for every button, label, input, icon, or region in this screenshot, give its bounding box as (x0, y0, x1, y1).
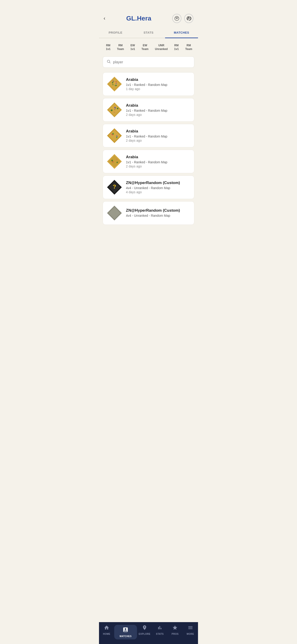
map-thumbnail: ? (106, 179, 123, 196)
search-icon (106, 60, 111, 65)
matches-icon (122, 627, 128, 634)
match-name: Arabia (126, 103, 191, 108)
map-thumbnail (106, 153, 123, 170)
filter-ew-1v1[interactable]: EW1v1 (127, 42, 138, 53)
nav-matches-label: MATCHES (120, 635, 132, 638)
svg-point-1 (107, 60, 110, 63)
filter-rm-1v1-b[interactable]: RM1v1 (171, 42, 182, 53)
match-details: ZN@HyperRandom (Custom) 4v4 - Unranked -… (126, 180, 191, 194)
match-time: 2 days ago (126, 113, 191, 116)
match-type: 1v1 - Ranked - Random Map (126, 160, 191, 164)
match-name: Arabia (126, 78, 191, 82)
match-name: Arabia (126, 155, 191, 160)
nav-more[interactable]: MORE (183, 625, 198, 640)
map-thumbnail (106, 76, 123, 92)
map-thumbnail (106, 127, 123, 144)
match-details: Arabia 1v1 - Ranked - Random Map 2 days … (126, 155, 191, 168)
stats-icon (157, 625, 162, 632)
svg-point-10 (116, 85, 117, 86)
nav-home[interactable]: HOME (99, 625, 114, 640)
xbox-button[interactable] (172, 14, 182, 23)
match-time: 2 days ago (126, 139, 191, 142)
match-item[interactable]: Arabia 1v1 - Ranked - Random Map 2 days … (103, 98, 194, 122)
match-type: 4v4 - Unranked - Random Map (126, 214, 191, 218)
match-details: Arabia 1v1 - Ranked - Random Map 1 day a… (126, 78, 191, 91)
search-input[interactable] (113, 60, 190, 64)
search-container (99, 54, 198, 70)
filter-chips: RM1v1 RMTeam EW1v1 EWTeam UNRUnranked RM… (99, 38, 198, 54)
match-item[interactable]: Arabia 1v1 - Ranked - Random Map 2 days … (103, 124, 194, 148)
match-name: ZN@HyperRandom (Custom) (126, 208, 191, 213)
tab-profile[interactable]: PROFILE (99, 28, 132, 38)
filter-rm-1v1[interactable]: RM1v1 (103, 42, 114, 53)
back-button[interactable]: ‹ (104, 16, 105, 22)
map-thumbnail (106, 205, 123, 221)
svg-point-9 (112, 82, 113, 84)
filter-rm-team-b[interactable]: RMTeam (182, 42, 195, 53)
svg-marker-27 (108, 156, 120, 168)
match-details: ZN@HyperRandom (Custom) 4v4 - Unranked -… (126, 208, 191, 218)
matches-list: Arabia 1v1 - Ranked - Random Map 1 day a… (99, 70, 198, 248)
match-time: 1 day ago (126, 87, 191, 91)
nav-pros[interactable]: PROS (168, 625, 182, 640)
bottom-navigation: HOME MATCHES EXPLORE STATS P (99, 622, 198, 644)
match-item[interactable]: Arabia 1v1 - Ranked - Random Map 1 day a… (103, 72, 194, 96)
nav-matches[interactable]: MATCHES (114, 625, 137, 640)
svg-point-16 (117, 108, 118, 110)
svg-marker-21 (108, 130, 120, 142)
tab-stats[interactable]: STATS (132, 28, 165, 38)
match-details: Arabia 1v1 - Ranked - Random Map 2 days … (126, 103, 191, 116)
match-item[interactable]: ZN@HyperRandom (Custom) 4v4 - Unranked -… (103, 201, 194, 225)
steam-icon (186, 16, 191, 21)
steam-button[interactable] (184, 14, 194, 23)
match-type: 4v4 - Unranked - Random Map (126, 186, 191, 190)
search-box (103, 56, 194, 68)
map-thumbnail (106, 102, 123, 118)
svg-line-2 (109, 62, 110, 63)
svg-marker-5 (109, 78, 120, 90)
page-title: GL.Hera (126, 15, 151, 22)
match-time: 2 days ago (126, 164, 191, 168)
more-icon (188, 625, 193, 632)
svg-point-15 (111, 110, 112, 111)
svg-point-28 (112, 160, 113, 162)
filter-rm-team[interactable]: RMTeam (114, 42, 127, 53)
svg-point-29 (116, 162, 118, 163)
nav-more-label: MORE (187, 633, 194, 635)
home-icon (104, 625, 109, 632)
explore-icon (142, 625, 147, 632)
platform-icons (172, 14, 194, 23)
svg-marker-36 (108, 207, 120, 219)
match-name: ZN@HyperRandom (Custom) (126, 180, 191, 185)
match-time: 4 days ago (126, 190, 191, 194)
match-item[interactable]: Arabia 1v1 - Ranked - Random Map 2 days … (103, 150, 194, 173)
header: ‹ GL.Hera (99, 0, 198, 28)
svg-text:?: ? (113, 184, 116, 190)
match-type: 1v1 - Ranked - Random Map (126, 134, 191, 138)
match-type: 1v1 - Ranked - Random Map (126, 109, 191, 112)
tabs: PROFILE STATS MATCHES (99, 28, 198, 38)
filter-unr-unranked[interactable]: UNRUnranked (152, 42, 171, 53)
nav-stats[interactable]: STATS (152, 625, 168, 640)
nav-explore[interactable]: EXPLORE (137, 625, 152, 640)
tab-matches[interactable]: MATCHES (165, 28, 198, 38)
pros-icon (172, 625, 178, 632)
nav-explore-label: EXPLORE (138, 633, 150, 635)
xbox-icon (174, 16, 179, 21)
match-details: Arabia 1v1 - Ranked - Random Map 2 days … (126, 129, 191, 142)
nav-pros-label: PROS (172, 633, 178, 635)
nav-home-label: HOME (103, 633, 110, 635)
match-item[interactable]: ? ZN@HyperRandom (Custom) 4v4 - Unranked… (103, 176, 194, 199)
match-name: Arabia (126, 129, 191, 134)
filter-ew-team[interactable]: EWTeam (138, 42, 152, 53)
svg-point-23 (116, 137, 118, 138)
match-type: 1v1 - Ranked - Random Map (126, 83, 191, 86)
svg-rect-19 (114, 109, 115, 110)
nav-stats-label: STATS (156, 633, 164, 635)
